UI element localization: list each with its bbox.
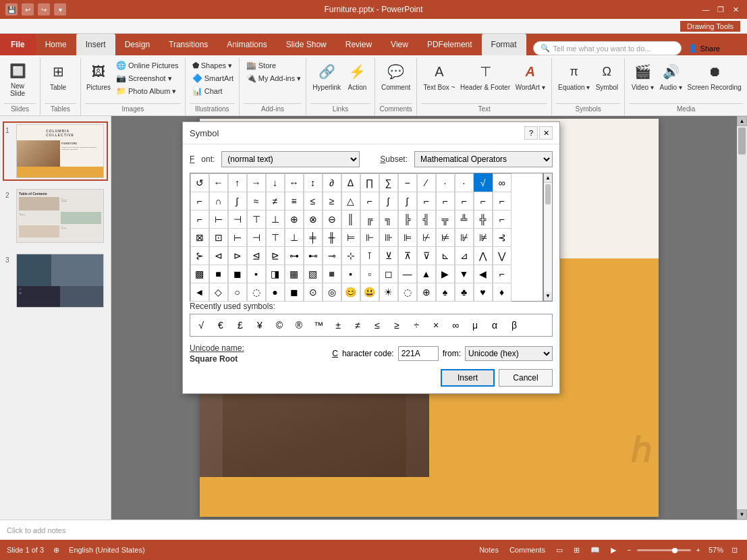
sym-r4-2[interactable]: ⊡ (209, 228, 228, 247)
sym-minus[interactable]: − (398, 173, 417, 192)
dialog-close-btn[interactable]: ✕ (539, 126, 553, 140)
sym-r6-15[interactable]: ▼ (455, 264, 474, 283)
comment-btn[interactable]: 💬 Comment (379, 59, 413, 99)
sym-r2-14[interactable]: ⌐ (436, 192, 455, 211)
slide-thumb-1[interactable]: 1 COLUMBIACOLLECTIVE FURNITURE Modern co… (3, 121, 108, 181)
dialog-help-btn[interactable]: ? (524, 126, 538, 140)
redo-icon[interactable]: ↪ (38, 3, 50, 16)
sym-r7-16[interactable]: ♥ (474, 283, 493, 302)
sym-r6-8[interactable]: ◾ (323, 264, 341, 283)
subset-select[interactable]: Mathematical Operators (414, 151, 553, 167)
recent-sym-beta[interactable]: β (505, 316, 524, 335)
zoom-slider[interactable]: − + (624, 544, 703, 555)
share-btn[interactable]: 👤 Share (688, 44, 720, 53)
sym-r5-4[interactable]: ⊴ (247, 246, 266, 265)
sym-r6-14[interactable]: ▶ (436, 264, 455, 283)
accessibility-btn[interactable]: ⊕ (51, 544, 62, 556)
tab-slideshow[interactable]: Slide Show (277, 34, 336, 55)
sym-r3-12[interactable]: ╠ (398, 210, 417, 229)
charcode-input[interactable] (398, 346, 439, 361)
tab-file[interactable]: File (0, 34, 36, 55)
screenshot-btn[interactable]: 📷 Screenshot ▾ (113, 72, 182, 84)
sym-r4-11[interactable]: ⊪ (379, 228, 398, 247)
sym-leftarrow[interactable]: ← (209, 173, 228, 192)
sym-updownarrow[interactable]: ↕ (304, 173, 323, 192)
sym-r2-1[interactable]: ⌐ (190, 192, 209, 211)
recent-sym-inf[interactable]: ∞ (446, 316, 465, 335)
sym-r7-13[interactable]: ⊕ (417, 283, 436, 302)
customize-icon[interactable]: ▾ (54, 3, 66, 16)
header-footer-btn[interactable]: ⊤ Header & Footer (459, 59, 512, 99)
sym-r5-13[interactable]: ⊽ (417, 246, 436, 265)
sym-r4-16[interactable]: ⊯ (474, 228, 493, 247)
sym-r7-3[interactable]: ○ (228, 283, 247, 302)
sym-r3-3[interactable]: ⊣ (228, 210, 247, 229)
recent-sym-registered[interactable]: ® (289, 316, 308, 335)
sym-r7-10[interactable]: 😃 (360, 283, 379, 302)
sym-r4-9[interactable]: ⊨ (341, 228, 360, 247)
sym-r4-15[interactable]: ⊮ (455, 228, 474, 247)
sym-divslash[interactable]: ∕ (417, 173, 436, 192)
sym-sum[interactable]: ∑ (379, 173, 398, 192)
sym-r5-2[interactable]: ⊲ (209, 246, 228, 265)
sym-r6-2[interactable]: ■ (209, 264, 228, 283)
recent-sym-div[interactable]: ÷ (407, 316, 426, 335)
shapes-btn[interactable]: ⬟ Shapes ▾ (190, 59, 236, 72)
sym-triangle[interactable]: △ (341, 192, 360, 211)
sym-r4-17[interactable]: ⊰ (493, 228, 511, 247)
pictures-btn[interactable]: 🖼 Pictures (85, 59, 112, 99)
sym-r5-3[interactable]: ⊳ (228, 246, 247, 265)
sym-rightarrow[interactable]: → (247, 173, 266, 192)
sym-r6-1[interactable]: ▩ (190, 264, 209, 283)
search-box[interactable]: 🔍 Tell me what you want to do... (533, 41, 682, 55)
sym-r4-10[interactable]: ⊩ (360, 228, 379, 247)
sym-r7-4[interactable]: ◌ (247, 283, 266, 302)
tab-format[interactable]: Format (482, 34, 526, 55)
tab-home[interactable]: Home (36, 34, 76, 55)
sym-approx[interactable]: ≈ (247, 192, 266, 211)
sym-r6-6[interactable]: ▦ (285, 264, 304, 283)
comments-btn[interactable]: Comments (507, 544, 548, 555)
recent-sym-leq[interactable]: ≤ (368, 316, 387, 335)
sym-r2-15[interactable]: ⌐ (455, 192, 474, 211)
sym-r3-7[interactable]: ⊗ (304, 210, 323, 229)
sym-r5-6[interactable]: ⊶ (285, 246, 304, 265)
recent-sym-pound[interactable]: £ (231, 316, 250, 335)
sym-r3-2[interactable]: ⊢ (209, 210, 228, 229)
sym-leq[interactable]: ≤ (304, 192, 323, 211)
sym-r3-11[interactable]: ╗ (379, 210, 398, 229)
sym-leftrightarrow[interactable]: ↔ (285, 173, 304, 192)
sym-r4-12[interactable]: ⊫ (398, 228, 417, 247)
sym-downarrow[interactable]: ↓ (266, 173, 285, 192)
sym-r7-17[interactable]: ♦ (493, 283, 511, 302)
sym-r2-13[interactable]: ⌐ (417, 192, 436, 211)
recent-sym-plusminus[interactable]: ± (329, 316, 348, 335)
undo-icon[interactable]: ↩ (22, 3, 34, 16)
slideshow-btn[interactable]: ▶ (608, 544, 619, 556)
recent-sym-yen[interactable]: ¥ (250, 316, 269, 335)
sym-integral[interactable]: ∫ (228, 192, 247, 211)
slide-thumb-2[interactable]: 2 Table of Contents 24About ustext here … (3, 186, 108, 246)
sym-cdot[interactable]: · (436, 173, 455, 192)
sym-int3[interactable]: ∫ (398, 192, 417, 211)
sym-r6-3[interactable]: ◼ (228, 264, 247, 283)
sym-r6-5[interactable]: ◨ (266, 264, 285, 283)
audio-btn[interactable]: 🔊 Audio ▾ (657, 59, 684, 99)
sym-r6-16[interactable]: ◀ (474, 264, 493, 283)
sym-int2[interactable]: ∫ (379, 192, 398, 211)
cancel-btn[interactable]: Cancel (499, 369, 553, 387)
sym-r3-13[interactable]: ╣ (417, 210, 436, 229)
tab-animations[interactable]: Animations (217, 34, 276, 55)
sym-r6-10[interactable]: ▫ (360, 264, 379, 283)
recent-sym-copyright[interactable]: © (270, 316, 289, 335)
store-btn[interactable]: 🏬 Store (244, 59, 304, 72)
sym-r6-13[interactable]: ▲ (417, 264, 436, 283)
sym-scroll-down[interactable]: ▼ (544, 291, 552, 301)
sym-sqrt[interactable]: √ (474, 173, 493, 192)
sym-r3-8[interactable]: ⊖ (323, 210, 341, 229)
sym-partial2[interactable]: ∂ (323, 173, 341, 192)
equation-btn[interactable]: π Equation ▾ (556, 59, 592, 99)
sym-partial[interactable]: ↺ (190, 173, 209, 192)
recent-sym-mu[interactable]: μ (466, 316, 485, 335)
sym-infinity[interactable]: ∞ (493, 173, 511, 192)
